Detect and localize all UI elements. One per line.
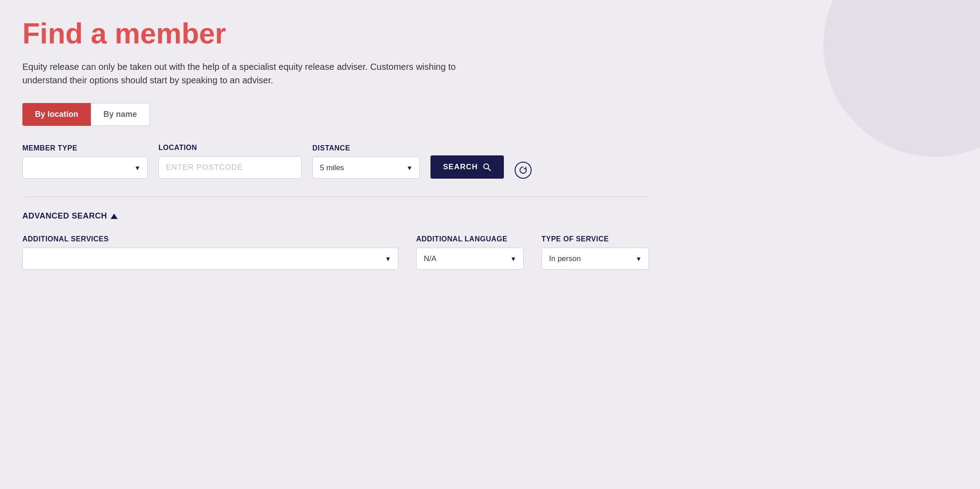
reset-button[interactable] bbox=[515, 162, 532, 179]
distance-select-wrapper: 1 mile 5 miles 10 miles 25 miles 50 mile… bbox=[312, 157, 420, 179]
divider bbox=[22, 197, 649, 197]
additional-services-group: ADDITIONAL SERVICES ▼ bbox=[22, 235, 398, 270]
main-content: Find a member Equity release can only be… bbox=[22, 18, 649, 270]
page-title: Find a member bbox=[22, 18, 649, 49]
advanced-search-label: ADVANCED SEARCH bbox=[22, 211, 107, 221]
location-input[interactable] bbox=[158, 156, 302, 179]
reset-icon bbox=[519, 166, 528, 175]
additional-language-group: ADDITIONAL LANGUAGE N/A Welsh French Spa… bbox=[416, 235, 524, 270]
additional-language-select-wrapper: N/A Welsh French Spanish Other ▼ bbox=[416, 248, 524, 270]
additional-language-label: ADDITIONAL LANGUAGE bbox=[416, 235, 524, 243]
additional-services-select[interactable] bbox=[22, 248, 398, 270]
tab-by-name[interactable]: By name bbox=[91, 103, 150, 126]
search-button[interactable]: SEARCH bbox=[430, 155, 504, 179]
search-icon bbox=[482, 163, 491, 172]
additional-services-label: ADDITIONAL SERVICES bbox=[22, 235, 398, 243]
search-form: MEMBER TYPE Adviser Provider Associate ▼… bbox=[22, 144, 649, 179]
type-of-service-select-wrapper: In person Remote Both ▼ bbox=[541, 248, 649, 270]
location-label: LOCATION bbox=[158, 144, 302, 152]
type-of-service-label: TYPE OF SERVICE bbox=[541, 235, 649, 243]
advanced-search-toggle-icon bbox=[111, 214, 118, 219]
member-type-label: MEMBER TYPE bbox=[22, 144, 148, 152]
search-button-label: SEARCH bbox=[443, 163, 478, 172]
page-description: Equity release can only be taken out wit… bbox=[22, 60, 470, 87]
additional-language-select[interactable]: N/A Welsh French Spanish Other bbox=[416, 248, 524, 270]
distance-group: DISTANCE 1 mile 5 miles 10 miles 25 mile… bbox=[312, 144, 420, 179]
type-of-service-select[interactable]: In person Remote Both bbox=[541, 248, 649, 270]
member-type-select[interactable]: Adviser Provider Associate bbox=[22, 157, 148, 179]
advanced-search-toggle[interactable]: ADVANCED SEARCH bbox=[22, 211, 649, 221]
member-type-group: MEMBER TYPE Adviser Provider Associate ▼ bbox=[22, 144, 148, 179]
search-tabs: By location By name bbox=[22, 103, 649, 126]
additional-services-select-wrapper: ▼ bbox=[22, 248, 398, 270]
distance-select[interactable]: 1 mile 5 miles 10 miles 25 miles 50 mile… bbox=[312, 157, 420, 179]
type-of-service-group: TYPE OF SERVICE In person Remote Both ▼ bbox=[541, 235, 649, 270]
distance-label: DISTANCE bbox=[312, 144, 420, 152]
svg-line-1 bbox=[488, 168, 490, 171]
background-circle bbox=[823, 0, 980, 157]
tab-by-location[interactable]: By location bbox=[22, 103, 91, 126]
member-type-select-wrapper: Adviser Provider Associate ▼ bbox=[22, 157, 148, 179]
location-group: LOCATION bbox=[158, 144, 302, 179]
advanced-search-fields: ADDITIONAL SERVICES ▼ ADDITIONAL LANGUAG… bbox=[22, 235, 649, 270]
